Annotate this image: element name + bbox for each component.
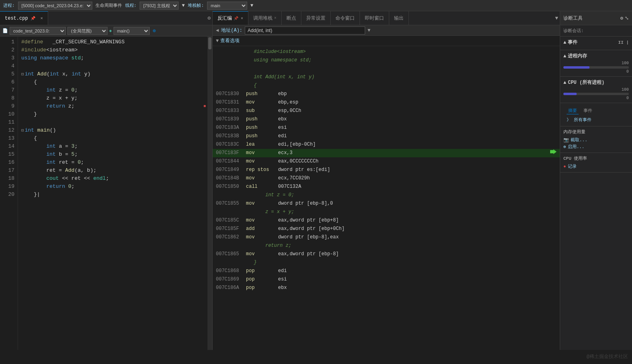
editor-scrollbar[interactable] [207, 37, 212, 350]
file-tab-test-cpp[interactable]: test.cpp 📌 × [0, 11, 48, 25]
memory-progress-fill [563, 66, 589, 69]
stack-select[interactable]: main [207, 2, 247, 10]
memory-use-section: 内存使用量 📷 截取... ⊕ 启用... [560, 126, 632, 153]
cpu-max: 100 [563, 87, 629, 92]
code-line-5: ⊟int Add(int x, int y) [21, 70, 209, 78]
code-line-7: int z = 0; [21, 86, 209, 94]
events-collapse-icon[interactable]: ▲ [563, 40, 566, 45]
code-line-4 [21, 62, 209, 70]
file-tab-label: test.cpp [5, 16, 28, 21]
process-select[interactable]: [5000] code_test_2023.04.23.e: [18, 2, 92, 10]
diagnostic-title: 诊断工具 [563, 15, 583, 22]
all-events-link[interactable]: 》 所有事件 [563, 116, 629, 124]
code-line-15: ● int b = 5; [21, 150, 209, 159]
tab-output[interactable]: 输出 [389, 11, 409, 25]
code-line-10: } [21, 110, 209, 118]
memory-min: 0 [563, 69, 629, 74]
view-options-arrow: ▼ [216, 38, 219, 44]
disasm-src-returnz: return z; [213, 242, 560, 250]
code-line-6: { [21, 78, 209, 86]
tab-command[interactable]: 命令窗口 [331, 11, 360, 25]
exceptions-label: 异常设置 [306, 15, 325, 22]
capture-btn[interactable]: 📷 截取... [563, 136, 629, 143]
sidebar-expand-icon[interactable]: ⤡ [625, 15, 629, 21]
disasm-007C183C: 007C183C lea edi,[ebp-0Ch] [213, 140, 560, 149]
code-content[interactable]: #define _CRT_SECURE_NO_WARNINGS #include… [18, 37, 212, 350]
process-label: 进程: [3, 2, 15, 8]
tab-exceptions[interactable]: 异常设置 [301, 11, 331, 25]
disasm-panel: 反汇编 📌 × 调用堆栈 × 断点 异常设置 命令窗口 即时窗口 输出 [213, 11, 560, 350]
tab-breakpoints[interactable]: 断点 [282, 11, 301, 25]
cpu-section: ▲ CPU (所有进程) 100 0 [560, 77, 632, 103]
diagnostic-header: 诊断工具 ⚙ ⤡ [560, 11, 632, 25]
code-line-16: int ret = 0; [21, 159, 209, 167]
disasm-body[interactable]: #include<iostream> using namespace std; … [213, 46, 560, 350]
immediate-label: 即时窗口 [365, 15, 384, 22]
address-label: 地址(A): [221, 27, 242, 34]
disasm-007C1831: 007C1831 mov ebp,esp [213, 98, 560, 107]
lifecycle-btn[interactable]: 生命周期事件 [96, 2, 122, 8]
code-line-12: ⊟int main() [21, 126, 209, 134]
code-line-9: return z; ■ [21, 102, 209, 110]
code-line-13: ⇒ { [21, 134, 209, 142]
memory-max: 100 [563, 61, 629, 65]
enable-label: 启用... [568, 144, 585, 150]
disasm-src-include: #include<iostream> [213, 48, 560, 56]
cpu-use-section: CPU 使用率 ● 记录 [560, 153, 632, 173]
disasm-007C185C: 007C185C mov eax,dword ptr [ebp+8] [213, 216, 560, 225]
address-dropdown[interactable]: ▼ [368, 28, 370, 33]
tab-disasm[interactable]: 反汇编 📌 × [213, 11, 248, 25]
disasm-src-closebrace: } [213, 258, 560, 267]
file-icon: 📄 [2, 28, 8, 33]
stack-arrow[interactable]: ▼ [250, 3, 253, 8]
disasm-007C186A: 007C186A pop ebx [213, 284, 560, 292]
right-tab-actions: ▼ [409, 11, 560, 25]
scope-dropdown[interactable]: code_test_2023.0: [10, 27, 66, 35]
output-label: 输出 [394, 15, 404, 22]
enable-btn[interactable]: ⊕ 启用... [563, 143, 629, 150]
thread-select[interactable]: [7932] 主线程 [140, 2, 179, 10]
code-line-18: cout << ret << endl; [21, 175, 209, 183]
file-tab-close[interactable]: × [40, 16, 43, 21]
sidebar-settings-icon[interactable]: ⚙ [620, 15, 623, 21]
cpu-collapse-icon[interactable]: ▲ [563, 80, 566, 85]
stack-label: 堆栈帧: [188, 2, 204, 8]
tab-dropdown-icon[interactable]: ▼ [555, 15, 558, 21]
editor-settings-icon[interactable]: ⚙ [207, 15, 211, 21]
add-icon[interactable]: ⊕ [153, 28, 156, 34]
disasm-007C183A: 007C183A push esi [213, 124, 560, 132]
cpu-use-title: CPU 使用率 [563, 155, 629, 161]
memory-collapse-icon[interactable]: ▲ [563, 53, 566, 59]
disasm-close[interactable]: 📌 × [234, 16, 243, 21]
disasm-007C1855: 007C1855 mov dword ptr [ebp-8],0 [213, 199, 560, 208]
disasm-src-add: int Add(int x, int y) [213, 73, 560, 81]
function-dropdown[interactable]: main() [114, 27, 150, 35]
record-label: 记录 [568, 163, 577, 169]
disasm-007C185F: 007C185F add eax,dword ptr [ebp+0Ch] [213, 225, 560, 233]
record-icon: ● [563, 164, 566, 169]
disasm-007C1869: 007C1869 pop esi [213, 275, 560, 284]
scope-icon: ◈ [109, 28, 112, 33]
record-btn[interactable]: ● 记录 [563, 163, 629, 170]
filter-icon[interactable]: ▼ [182, 3, 185, 8]
pause-icons: II | [618, 40, 629, 45]
address-input[interactable] [245, 26, 365, 35]
events-section: ▲ 事件 II | [560, 37, 632, 50]
enable-icon: ⊕ [563, 144, 566, 149]
disasm-007C1850: 007C1850 call 007C132A [213, 183, 560, 191]
tab-immediate[interactable]: 即时窗口 [360, 11, 389, 25]
tab-callstack[interactable]: 调用堆栈 × [248, 11, 282, 25]
disasm-007C1865: 007C1865 mov eax,dword ptr [ebp-8] [213, 250, 560, 258]
line-numbers: 1 2 3 4 5 6 7 8 9 10 11 12 13 14 15 16 1… [0, 37, 18, 350]
callstack-close[interactable]: × [274, 16, 276, 20]
scope-range-dropdown[interactable]: (全局范围) [67, 27, 108, 35]
arrow-prev[interactable]: ◀ [216, 27, 219, 33]
summary-tab[interactable]: 摘要 [567, 107, 579, 114]
cpu-progress-bar [563, 93, 629, 95]
command-label: 命令窗口 [335, 15, 355, 22]
disasm-label: 反汇编 [217, 15, 232, 22]
view-options-bar[interactable]: ▼ 查看选项 [213, 36, 560, 46]
events-tab[interactable]: 事件 [582, 107, 594, 114]
disasm-007C1830: 007C1830 push ebp [213, 90, 560, 98]
cpu-min: 0 [563, 96, 629, 100]
